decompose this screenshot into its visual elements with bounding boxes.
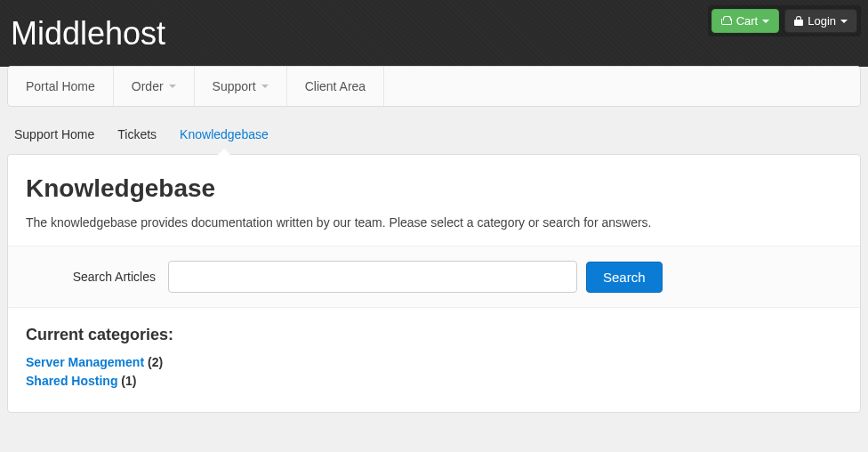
login-button[interactable]: Login: [784, 9, 857, 33]
main-panel: Knowledgebase The knowledgebase provides…: [7, 154, 861, 413]
top-actions: Cart Login: [708, 5, 861, 36]
page-description: The knowledgebase provides documentation…: [26, 215, 842, 230]
category-item: Shared Hosting (1): [26, 372, 842, 391]
category-item: Server Management (2): [26, 353, 842, 372]
categories-heading: Current categories:: [26, 326, 842, 344]
cart-button[interactable]: Cart: [711, 9, 780, 33]
subnav-support-home[interactable]: Support Home: [14, 127, 94, 141]
search-input[interactable]: [168, 261, 577, 293]
page-title: Knowledgebase: [26, 174, 842, 203]
cart-icon: [721, 17, 732, 26]
top-bar: Middlehost Cart Login: [0, 0, 868, 67]
category-count: (1): [121, 374, 136, 388]
subnav-tickets[interactable]: Tickets: [117, 127, 157, 141]
panel-header: Knowledgebase The knowledgebase provides…: [8, 155, 860, 246]
cart-label: Cart: [736, 14, 759, 28]
nav-portal-home[interactable]: Portal Home: [8, 67, 114, 106]
chevron-down-icon: [169, 85, 176, 88]
nav-support[interactable]: Support: [195, 67, 287, 106]
nav-label: Client Area: [305, 79, 366, 93]
nav-label: Order: [132, 79, 164, 93]
nav-label: Support: [213, 79, 256, 93]
sub-nav: Support Home Tickets Knowledgebase: [7, 127, 861, 141]
lock-icon: [794, 16, 803, 26]
chevron-down-icon: [261, 85, 269, 88]
chevron-down-icon: [762, 20, 769, 23]
main-nav: Portal Home Order Support Client Area: [7, 66, 861, 107]
nav-client-area[interactable]: Client Area: [287, 67, 384, 106]
subnav-knowledgebase[interactable]: Knowledgebase: [180, 127, 269, 141]
category-link-shared-hosting[interactable]: Shared Hosting: [26, 374, 117, 388]
login-label: Login: [808, 14, 836, 28]
categories-section: Current categories: Server Management (2…: [8, 308, 860, 412]
category-count: (2): [148, 355, 163, 369]
category-link-server-management[interactable]: Server Management: [26, 355, 144, 369]
search-label: Search Articles: [26, 270, 168, 284]
nav-label: Portal Home: [26, 79, 95, 93]
nav-order[interactable]: Order: [114, 67, 195, 106]
search-section: Search Articles Search: [8, 246, 860, 308]
search-button[interactable]: Search: [586, 262, 663, 293]
chevron-down-icon: [840, 20, 848, 23]
